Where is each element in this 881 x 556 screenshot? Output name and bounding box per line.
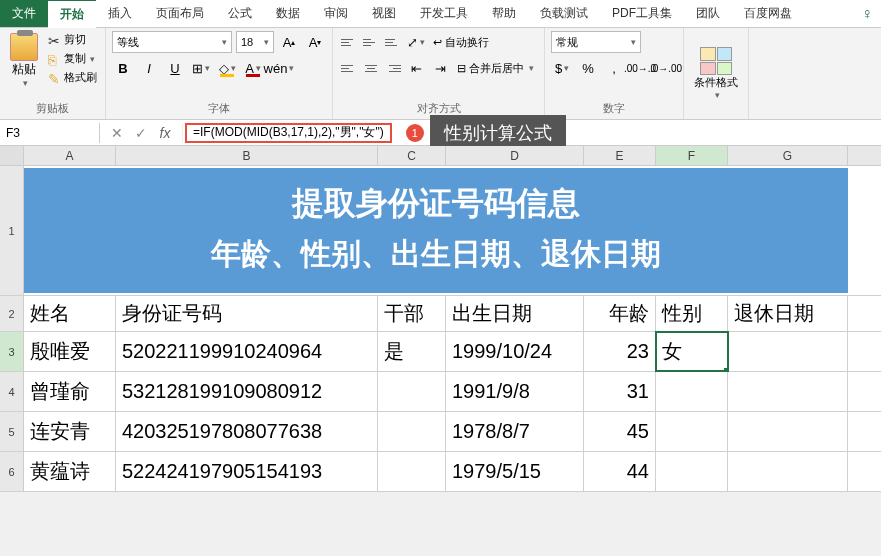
tab-formulas[interactable]: 公式	[216, 0, 264, 27]
cut-button[interactable]: ✂剪切	[46, 31, 99, 48]
header-birthdate[interactable]: 出生日期	[446, 296, 584, 331]
font-name-combo[interactable]: 等线▾	[112, 31, 232, 53]
row-header-2[interactable]: 2	[0, 296, 24, 331]
confirm-formula-button[interactable]: ✓	[132, 124, 150, 142]
decrease-font-button[interactable]: A▾	[304, 31, 326, 53]
increase-font-button[interactable]: A▴	[278, 31, 300, 53]
col-header-B[interactable]: B	[116, 146, 378, 165]
cancel-formula-button[interactable]: ✕	[108, 124, 126, 142]
header-cadre[interactable]: 干部	[378, 296, 446, 331]
cell-C3[interactable]: 是	[378, 332, 446, 371]
bold-button[interactable]: B	[112, 57, 134, 79]
tab-developer[interactable]: 开发工具	[408, 0, 480, 27]
insert-function-button[interactable]: fx	[156, 124, 174, 142]
increase-decimal-button[interactable]: .00→.0	[629, 57, 651, 79]
formula-input[interactable]: =IF(MOD(MID(B3,17,1),2),"男","女")	[185, 123, 392, 143]
col-header-E[interactable]: E	[584, 146, 656, 165]
conditional-format-button[interactable]: 条件格式 ▾	[690, 45, 742, 102]
align-center-button[interactable]	[361, 59, 381, 77]
comma-button[interactable]: ,	[603, 57, 625, 79]
tab-review[interactable]: 审阅	[312, 0, 360, 27]
cell-G5[interactable]	[728, 412, 848, 451]
align-bottom-button[interactable]	[383, 33, 403, 51]
cell-D4[interactable]: 1991/9/8	[446, 372, 584, 411]
decrease-decimal-button[interactable]: .0→.00	[655, 57, 677, 79]
cell-E6[interactable]: 44	[584, 452, 656, 491]
cell-A6[interactable]: 黄蕴诗	[24, 452, 116, 491]
cell-F6[interactable]	[656, 452, 728, 491]
header-id[interactable]: 身份证号码	[116, 296, 378, 331]
cell-C6[interactable]	[378, 452, 446, 491]
cell-A5[interactable]: 连安青	[24, 412, 116, 451]
decrease-indent-button[interactable]: ⇤	[405, 57, 427, 79]
row-header-6[interactable]: 6	[0, 452, 24, 491]
phonetic-button[interactable]: wén▾	[268, 57, 290, 79]
cell-G3[interactable]	[728, 332, 848, 371]
tab-pdftools[interactable]: PDF工具集	[600, 0, 684, 27]
select-all-corner[interactable]	[0, 146, 24, 165]
underline-button[interactable]: U	[164, 57, 186, 79]
tab-file[interactable]: 文件	[0, 0, 48, 27]
wrap-text-button[interactable]: ↩自动换行	[429, 33, 493, 52]
tab-baidu[interactable]: 百度网盘	[732, 0, 804, 27]
align-top-button[interactable]	[339, 33, 359, 51]
increase-indent-button[interactable]: ⇥	[429, 57, 451, 79]
cell-B5[interactable]: 420325197808077638	[116, 412, 378, 451]
row-header-5[interactable]: 5	[0, 412, 24, 451]
header-gender[interactable]: 性别	[656, 296, 728, 331]
cell-F5[interactable]	[656, 412, 728, 451]
help-icon[interactable]: ♀	[861, 5, 873, 23]
header-name[interactable]: 姓名	[24, 296, 116, 331]
tab-insert[interactable]: 插入	[96, 0, 144, 27]
cell-D5[interactable]: 1978/8/7	[446, 412, 584, 451]
cell-E3[interactable]: 23	[584, 332, 656, 371]
percent-button[interactable]: %	[577, 57, 599, 79]
cell-G6[interactable]	[728, 452, 848, 491]
align-middle-button[interactable]	[361, 33, 381, 51]
cell-D3[interactable]: 1999/10/24	[446, 332, 584, 371]
col-header-F[interactable]: F	[656, 146, 728, 165]
tab-data[interactable]: 数据	[264, 0, 312, 27]
cell-B3[interactable]: 520221199910240964	[116, 332, 378, 371]
cell-F3[interactable]: 女	[656, 332, 728, 371]
copy-button[interactable]: ⎘复制▾	[46, 50, 99, 67]
cell-C4[interactable]	[378, 372, 446, 411]
paste-button[interactable]: 粘贴 ▾	[6, 31, 42, 90]
cell-G4[interactable]	[728, 372, 848, 411]
align-right-button[interactable]	[383, 59, 403, 77]
header-retire[interactable]: 退休日期	[728, 296, 848, 331]
name-box[interactable]: F3	[0, 123, 100, 143]
font-size-combo[interactable]: 18▾	[236, 31, 274, 53]
tab-loadtest[interactable]: 负载测试	[528, 0, 600, 27]
cell-F4[interactable]	[656, 372, 728, 411]
border-button[interactable]: ⊞▾	[190, 57, 212, 79]
format-painter-button[interactable]: ✎格式刷	[46, 69, 99, 86]
cell-E5[interactable]: 45	[584, 412, 656, 451]
header-age[interactable]: 年龄	[584, 296, 656, 331]
fill-color-button[interactable]: ◇▾	[216, 57, 238, 79]
cell-D6[interactable]: 1979/5/15	[446, 452, 584, 491]
tab-help[interactable]: 帮助	[480, 0, 528, 27]
col-header-A[interactable]: A	[24, 146, 116, 165]
row-header-4[interactable]: 4	[0, 372, 24, 411]
cell-A4[interactable]: 曾瑾俞	[24, 372, 116, 411]
cell-A3[interactable]: 殷唯爱	[24, 332, 116, 371]
tab-pagelayout[interactable]: 页面布局	[144, 0, 216, 27]
merge-center-button[interactable]: ⊟合并后居中▾	[453, 59, 538, 78]
font-color-button[interactable]: A▾	[242, 57, 264, 79]
orientation-button[interactable]: ⤢▾	[405, 31, 427, 53]
tab-home[interactable]: 开始	[48, 0, 96, 28]
row-header-3[interactable]: 3	[0, 332, 24, 371]
tab-team[interactable]: 团队	[684, 0, 732, 27]
cell-C5[interactable]	[378, 412, 446, 451]
row-header-1[interactable]: 1	[0, 166, 24, 295]
cell-E4[interactable]: 31	[584, 372, 656, 411]
number-format-combo[interactable]: 常规▾	[551, 31, 641, 53]
accounting-button[interactable]: $▾	[551, 57, 573, 79]
cell-B6[interactable]: 522424197905154193	[116, 452, 378, 491]
align-left-button[interactable]	[339, 59, 359, 77]
cell-B4[interactable]: 532128199109080912	[116, 372, 378, 411]
col-header-G[interactable]: G	[728, 146, 848, 165]
col-header-D[interactable]: D	[446, 146, 584, 165]
italic-button[interactable]: I	[138, 57, 160, 79]
